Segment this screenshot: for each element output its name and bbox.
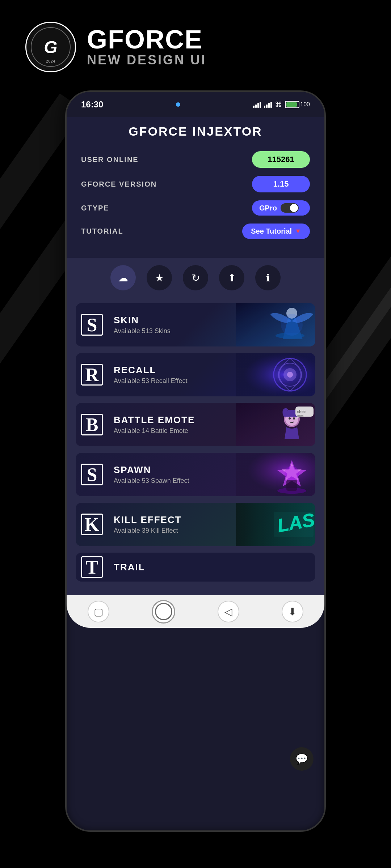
info-panel: USER ONLINE 115261 GFORCE VERSION 1.15 G…	[67, 144, 324, 258]
phone-container: 16:30 ⌘	[0, 90, 391, 832]
gtype-toggle[interactable]: GPro	[252, 200, 310, 216]
injector-title: GFORCE INJEXTOR	[67, 124, 324, 139]
recent-apps-button[interactable]: ▢	[88, 601, 109, 622]
kill-effect-card[interactable]: K KILL EFFECT Available 39 Kill Effect	[76, 503, 315, 546]
power-nav-button[interactable]: ⬇	[282, 601, 303, 622]
toggle-knob	[290, 204, 298, 212]
bar1b	[264, 106, 265, 108]
svg-point-12	[289, 417, 291, 420]
trail-card[interactable]: T TRAIL	[76, 553, 315, 582]
spawn-card[interactable]: S SPAWN Available 53 Spawn Effect	[76, 453, 315, 496]
refresh-icon: ↻	[192, 272, 200, 284]
share-icon: ⬆	[228, 272, 236, 284]
trail-text: TRAIL	[108, 562, 315, 573]
skin-card[interactable]: S SKIN Available 513 Skins	[76, 303, 315, 346]
bar3b	[268, 103, 270, 108]
user-online-value: 115261	[252, 151, 310, 168]
skin-icon-area: S	[76, 303, 108, 346]
battery-icon	[285, 101, 299, 108]
battle-emote-card[interactable]: B BATTLE EMOTE Available 14 Battle Emote	[76, 403, 315, 446]
bottom-navigation: ▢ ◁ ⬇	[67, 595, 324, 628]
kill-icon-area: K	[76, 503, 108, 546]
nav-share-button[interactable]: ⬆	[219, 265, 244, 290]
bar4	[260, 102, 261, 108]
chat-fab-button[interactable]: 💬	[290, 747, 314, 771]
logo-circle: G 2024	[25, 22, 76, 72]
spawn-art	[236, 453, 315, 496]
tutorial-row: TUTORIAL See Tutorial ▼	[81, 224, 310, 239]
svg-point-20	[285, 466, 299, 481]
svg-point-3	[281, 314, 303, 336]
status-center	[176, 102, 180, 107]
home-button[interactable]	[152, 600, 175, 624]
bar1	[253, 106, 255, 108]
nav-area: ☁ ★ ↻ ⬆ ℹ	[67, 258, 324, 296]
signal-bars-2	[264, 101, 272, 108]
battery-fill	[286, 102, 297, 107]
skin-art	[236, 303, 315, 346]
phone-frame: 16:30 ⌘	[65, 90, 326, 832]
svg-rect-26	[274, 512, 314, 537]
version-label: GFORCE VERSION	[81, 180, 157, 188]
spawn-icon-area: S	[76, 453, 108, 496]
header-text: GFORCE NEW DESIGN UI	[87, 26, 206, 68]
tutorial-label: TUTORIAL	[81, 227, 123, 235]
trail-title: TRAIL	[114, 562, 310, 573]
app-tagline: NEW DESIGN UI	[87, 52, 206, 68]
content-area: S SKIN Available 513 Skins	[67, 296, 324, 595]
tutorial-arrow-icon: ▼	[295, 227, 301, 235]
chat-icon: 💬	[295, 753, 308, 765]
power-button[interactable]	[325, 186, 326, 229]
tutorial-button[interactable]: See Tutorial ▼	[242, 224, 310, 239]
status-icons: ⌘ 100	[253, 100, 310, 109]
signal-bars-1	[253, 101, 261, 108]
logo-inner: G 2024	[31, 27, 71, 67]
battery-percent: 100	[300, 101, 310, 108]
back-icon: ◁	[224, 606, 232, 618]
star-icon: ★	[155, 272, 164, 284]
bar4b	[270, 102, 272, 108]
injector-header: GFORCE INJEXTOR	[67, 117, 324, 144]
cloud-icon: ☁	[118, 272, 128, 284]
svg-rect-4	[236, 353, 315, 396]
emote-icon-area: B	[76, 403, 108, 446]
nav-star-button[interactable]: ★	[147, 265, 172, 290]
spawn-letter: S	[81, 464, 103, 485]
wifi-icon: ⌘	[275, 100, 282, 109]
tutorial-button-text: See Tutorial	[251, 227, 292, 235]
nav-info-button[interactable]: ℹ	[255, 265, 281, 290]
home-circle-icon	[155, 603, 172, 620]
status-time: 16:30	[81, 99, 103, 110]
emote-art: shee eshh!	[236, 403, 315, 446]
volume-down-button[interactable]	[65, 204, 66, 233]
skin-letter: S	[81, 314, 103, 336]
nav-cloud-button[interactable]: ☁	[110, 265, 136, 290]
recall-art	[236, 353, 315, 396]
logo-year: 2024	[46, 59, 55, 63]
status-dot	[176, 102, 180, 107]
volume-up-button[interactable]	[65, 164, 66, 193]
bar3	[257, 103, 259, 108]
svg-point-8	[287, 372, 293, 378]
version-value: 1.15	[252, 176, 310, 192]
recall-card[interactable]: R RECALL Available 53 Recall Effect	[76, 353, 315, 396]
kill-art: LASH LASH	[236, 503, 315, 546]
gtype-row: GTYPE GPro	[81, 200, 310, 216]
app-header-section: G 2024 GFORCE NEW DESIGN UI	[0, 0, 391, 83]
status-bar: 16:30 ⌘	[67, 92, 324, 117]
logo-letter: G	[44, 37, 57, 57]
svg-rect-22	[286, 480, 297, 491]
recall-icon-area: R	[76, 353, 108, 396]
version-row: GFORCE VERSION 1.15	[81, 176, 310, 192]
svg-rect-0	[236, 303, 315, 346]
info-icon: ℹ	[266, 272, 270, 284]
back-button[interactable]: ◁	[218, 601, 239, 622]
nav-refresh-button[interactable]: ↻	[183, 265, 208, 290]
trail-letter: T	[81, 556, 103, 578]
power-nav-icon: ⬇	[288, 606, 297, 618]
toggle-switch[interactable]	[281, 203, 299, 213]
bar2b	[266, 105, 268, 108]
trail-icon-area: T	[76, 553, 108, 582]
bar2	[255, 105, 257, 108]
gtype-label: GTYPE	[81, 204, 109, 212]
